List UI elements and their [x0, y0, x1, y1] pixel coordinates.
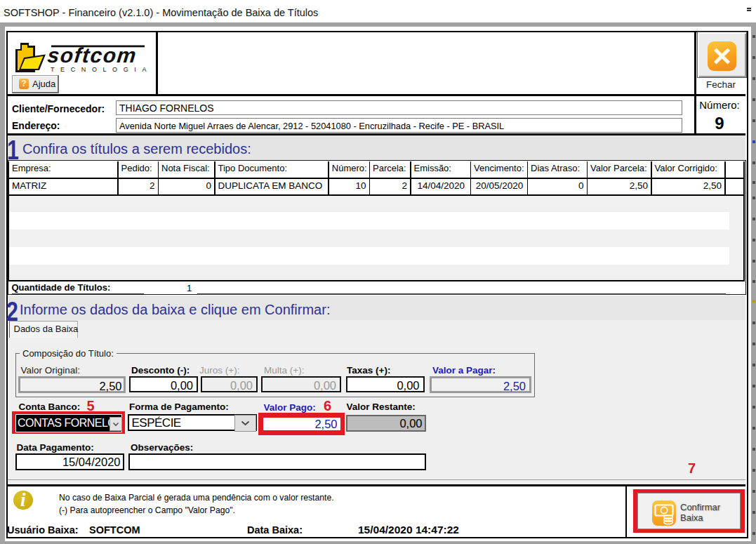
svg-text:TECNOLOGIA: TECNOLOGIA — [51, 66, 152, 73]
svg-text:softcom: softcom — [46, 44, 138, 67]
